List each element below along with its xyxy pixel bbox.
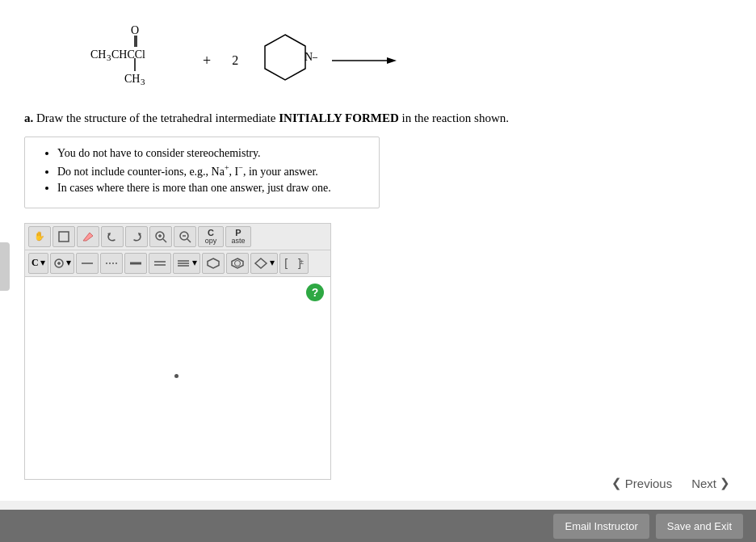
svg-text:O: O bbox=[131, 24, 139, 36]
bond-extra-select[interactable]: ▾ bbox=[173, 253, 200, 274]
next-label: Next bbox=[691, 477, 716, 490]
svg-line-22 bbox=[187, 239, 191, 242]
bold-bond-btn[interactable] bbox=[124, 253, 147, 274]
bracket-btn[interactable]: [ ] ± bbox=[279, 253, 309, 274]
hand-tool[interactable]: ✋ bbox=[28, 226, 51, 247]
svg-marker-34 bbox=[208, 258, 219, 268]
svg-text:CH: CH bbox=[124, 73, 140, 85]
reagent1-molecule: O CH 3 CHCCl CH 3 bbox=[89, 24, 182, 97]
undo-tool[interactable] bbox=[101, 226, 124, 247]
chevron-left-icon bbox=[611, 476, 622, 490]
reaction-area: O CH 3 CHCCl CH 3 + 2 N—H bbox=[24, 24, 732, 97]
svg-text:3: 3 bbox=[141, 77, 145, 86]
hint-list: You do not have to consider stereochemis… bbox=[40, 147, 364, 195]
svg-text:N—H: N—H bbox=[304, 51, 317, 63]
svg-marker-35 bbox=[232, 258, 243, 268]
question-text: Draw the structure of the tetrahedral in… bbox=[36, 111, 509, 124]
svg-text:±: ± bbox=[300, 258, 304, 266]
bottom-bar: Email Instructor Save and Exit bbox=[0, 510, 756, 542]
coefficient: 2 bbox=[232, 53, 238, 68]
plus-sign: + bbox=[203, 53, 211, 69]
drawing-canvas[interactable]: ? bbox=[25, 277, 330, 479]
piperidine-molecule: N—H bbox=[253, 28, 317, 93]
dashed-bond-btn[interactable] bbox=[100, 253, 123, 274]
paste-btn[interactable]: P aste bbox=[225, 226, 251, 247]
svg-text:CHCCl: CHCCl bbox=[111, 48, 145, 61]
help-btn[interactable]: ? bbox=[306, 284, 324, 301]
hint-box: You do not have to consider stereochemis… bbox=[24, 137, 380, 208]
toolbar-row1: ✋ bbox=[25, 224, 330, 250]
circle-ring-btn[interactable] bbox=[226, 253, 249, 274]
ring-extra-select[interactable]: ▾ bbox=[250, 253, 278, 274]
carbon-select[interactable]: C ▾ bbox=[28, 253, 48, 274]
previous-btn[interactable]: Previous bbox=[602, 469, 682, 497]
select-tool[interactable] bbox=[52, 226, 75, 247]
drawing-area-wrapper: ✋ bbox=[24, 223, 331, 480]
left-scroll-tab bbox=[0, 242, 10, 291]
bond-add-select[interactable]: ▾ bbox=[50, 253, 74, 274]
zoom-in-btn[interactable] bbox=[149, 226, 172, 247]
question-label: a. Draw the structure of the tetrahedral… bbox=[24, 111, 732, 125]
navigation-area: Previous Next bbox=[602, 469, 740, 497]
svg-rect-13 bbox=[59, 232, 69, 242]
svg-marker-12 bbox=[387, 57, 397, 64]
svg-point-36 bbox=[234, 260, 240, 266]
svg-marker-9 bbox=[265, 35, 305, 80]
svg-line-19 bbox=[163, 239, 166, 242]
zoom-out-btn[interactable] bbox=[174, 226, 196, 247]
hint-item-1: You do not have to consider stereochemis… bbox=[57, 147, 364, 160]
eraser-tool[interactable] bbox=[77, 226, 99, 247]
previous-label: Previous bbox=[625, 477, 672, 490]
hint-item-2: Do not include counter-ions, e.g., Na+, … bbox=[57, 163, 364, 179]
redo-tool[interactable] bbox=[125, 226, 148, 247]
canvas-dot bbox=[174, 374, 178, 378]
copy-btn[interactable]: C opy bbox=[198, 226, 224, 247]
svg-text:CH: CH bbox=[90, 48, 106, 61]
reaction-arrow bbox=[332, 53, 397, 69]
email-instructor-btn[interactable]: Email Instructor bbox=[553, 514, 649, 539]
single-bond-btn[interactable] bbox=[76, 253, 99, 274]
next-btn[interactable]: Next bbox=[682, 469, 740, 497]
hint-item-3: In cases where there is more than one an… bbox=[57, 182, 364, 195]
save-exit-btn[interactable]: Save and Exit bbox=[656, 514, 743, 539]
main-content: O CH 3 CHCCl CH 3 + 2 N—H a bbox=[0, 0, 756, 501]
question-letter: a. bbox=[24, 111, 33, 124]
chevron-right-icon bbox=[720, 476, 730, 490]
double-bond-btn[interactable] bbox=[149, 253, 171, 274]
svg-marker-37 bbox=[255, 258, 267, 268]
toolbar-row2: C ▾ ▾ ▾ bbox=[25, 250, 330, 277]
hexagon-ring-btn[interactable] bbox=[202, 253, 225, 274]
